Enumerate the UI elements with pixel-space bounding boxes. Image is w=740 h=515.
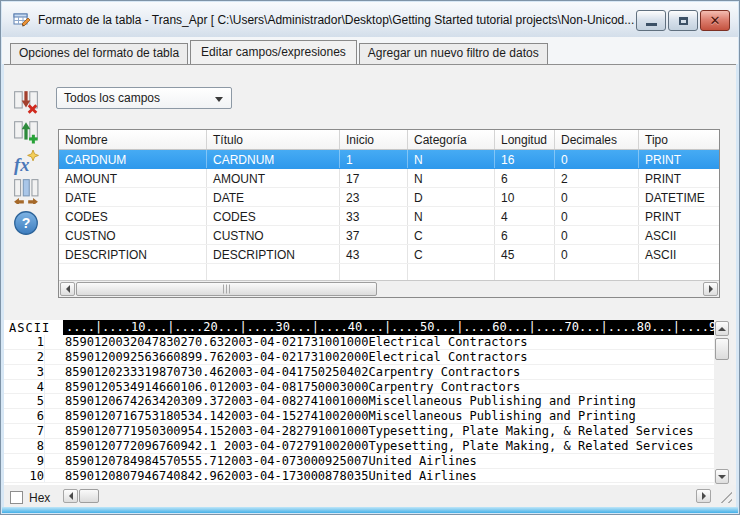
bottom-horizontal-scrollbar[interactable] — [63, 488, 711, 505]
record-line: 78590120771950300954.152003-04-282791001… — [4, 424, 714, 439]
table-row-codes[interactable]: CODES CODES 33 N 4 0 PRINT — [59, 207, 719, 226]
window-frame: Formato de la tabla - Trans_Apr [ C:\Use… — [0, 0, 740, 515]
column-header-titulo[interactable]: Título — [207, 130, 340, 149]
scroll-thumb[interactable] — [79, 489, 99, 503]
column-width-button[interactable] — [11, 178, 41, 206]
add-field-button[interactable] — [11, 119, 41, 147]
cell[interactable]: 43 — [340, 245, 408, 263]
tab-opciones-formato[interactable]: Opciones del formato de tabla — [10, 43, 188, 64]
cell[interactable]: ASCII — [639, 226, 719, 244]
edit-expression-button[interactable]: fx — [11, 150, 41, 178]
cell[interactable]: CODES — [207, 207, 340, 225]
column-header-tipo[interactable]: Tipo — [639, 130, 719, 149]
scroll-up-button[interactable] — [715, 321, 729, 336]
cell[interactable]: 45 — [495, 245, 555, 263]
help-button[interactable]: ? — [11, 210, 41, 238]
scroll-left-button[interactable] — [63, 489, 78, 503]
line-text: 8590120534914660106.012003-04-0817500030… — [45, 380, 520, 394]
line-number: 7 — [4, 424, 45, 438]
cell[interactable]: 17 — [340, 169, 408, 187]
cell[interactable]: 0 — [555, 207, 639, 225]
table-horizontal-scrollbar[interactable] — [59, 280, 719, 297]
cell[interactable]: CODES — [59, 207, 207, 225]
cell[interactable]: 16 — [495, 150, 555, 168]
scroll-left-button[interactable] — [60, 282, 75, 296]
scroll-thumb[interactable] — [715, 338, 729, 360]
scroll-thumb[interactable] — [76, 282, 377, 296]
table-row-cardnum[interactable]: CARDNUM CARDNUM 1 N 16 0 PRINT — [59, 150, 719, 169]
fields-filter-select[interactable]: Todos los campos — [56, 87, 232, 109]
cell[interactable]: 37 — [340, 226, 408, 244]
cell[interactable]: N — [408, 207, 495, 225]
cell[interactable]: DESCRIPTION — [59, 245, 207, 263]
resize-grip[interactable] — [720, 491, 732, 503]
cell[interactable]: ASCII — [639, 245, 719, 263]
data-vertical-scrollbar[interactable] — [714, 320, 731, 485]
hex-checkbox[interactable] — [10, 491, 23, 504]
line-text: 8590120092563660899.762003-04-0217310020… — [45, 350, 527, 364]
cell[interactable]: N — [408, 169, 495, 187]
cell[interactable]: 2 — [555, 169, 639, 187]
delete-field-button[interactable] — [11, 89, 41, 117]
column-header-inicio[interactable]: Inicio — [340, 130, 408, 149]
minimize-icon — [646, 23, 657, 26]
arrow-left-icon — [69, 492, 73, 500]
cell[interactable]: 0 — [555, 150, 639, 168]
scroll-right-button[interactable] — [696, 489, 711, 503]
cell[interactable]: C — [408, 226, 495, 244]
maximize-button[interactable] — [668, 10, 698, 31]
close-icon: ✕ — [710, 14, 721, 27]
line-text: 8590120716753180534.142003-04-1527410020… — [45, 409, 636, 423]
minimize-button[interactable] — [636, 10, 666, 31]
cell[interactable]: 33 — [340, 207, 408, 225]
cell[interactable]: DATETIME — [639, 188, 719, 206]
cell[interactable]: PRINT — [639, 169, 719, 187]
scroll-right-button[interactable] — [703, 282, 718, 296]
hex-checkbox-label: Hex — [29, 491, 50, 505]
table-row-description[interactable]: DESCRIPTION DESCRIPTION 43 C 45 0 ASCII — [59, 245, 719, 264]
table-row-custno[interactable]: CUSTNO CUSTNO 37 C 6 0 ASCII — [59, 226, 719, 245]
cell[interactable]: 10 — [495, 188, 555, 206]
cell[interactable]: 4 — [495, 207, 555, 225]
add-field-icon — [13, 119, 39, 145]
cell[interactable]: CUSTNO — [207, 226, 340, 244]
cell[interactable]: PRINT — [639, 150, 719, 168]
table-row-amount[interactable]: AMOUNT AMOUNT 17 N 6 2 PRINT — [59, 169, 719, 188]
bottom-bar: Hex — [4, 485, 736, 507]
column-header-nombre[interactable]: Nombre — [59, 130, 207, 149]
cell[interactable]: 0 — [555, 245, 639, 263]
cell[interactable]: PRINT — [639, 207, 719, 225]
column-header-longitud[interactable]: Longitud — [495, 130, 555, 149]
line-number: 5 — [4, 394, 45, 408]
cell[interactable]: DESCRIPTION — [207, 245, 340, 263]
cell[interactable]: C — [408, 245, 495, 263]
column-header-decimales[interactable]: Decimales — [555, 130, 639, 149]
cell[interactable]: AMOUNT — [59, 169, 207, 187]
tab-agregar-filtro[interactable]: Agregar un nuevo filtro de datos — [359, 43, 548, 64]
scroll-down-button[interactable] — [715, 469, 729, 484]
cell[interactable]: 1 — [340, 150, 408, 168]
cell[interactable]: D — [408, 188, 495, 206]
cell[interactable]: DATE — [59, 188, 207, 206]
cell[interactable]: N — [408, 150, 495, 168]
cell[interactable]: CARDNUM — [59, 150, 207, 168]
maximize-icon — [679, 17, 688, 25]
table-edit-icon — [13, 11, 31, 29]
cell[interactable]: CARDNUM — [207, 150, 340, 168]
table-row-date[interactable]: DATE DATE 23 D 10 0 DATETIME — [59, 188, 719, 207]
cell[interactable]: AMOUNT — [207, 169, 340, 187]
cell[interactable]: CUSTNO — [59, 226, 207, 244]
cell[interactable]: 0 — [555, 226, 639, 244]
cell[interactable]: 0 — [555, 188, 639, 206]
line-number: 1 — [4, 335, 45, 349]
tab-editar-campos[interactable]: Editar campos/expresiones — [190, 40, 357, 64]
column-header-categoria[interactable]: Categoría — [408, 130, 495, 149]
cell[interactable]: 6 — [495, 169, 555, 187]
cell[interactable]: DATE — [207, 188, 340, 206]
cell[interactable]: 6 — [495, 226, 555, 244]
record-data-viewer: ASCII ....|....10...|....20...|....30...… — [4, 320, 731, 485]
chevron-down-icon — [215, 97, 223, 102]
cell[interactable]: 23 — [340, 188, 408, 206]
title-bar[interactable]: Formato de la tabla - Trans_Apr [ C:\Use… — [2, 2, 738, 37]
close-button[interactable]: ✕ — [700, 10, 730, 31]
